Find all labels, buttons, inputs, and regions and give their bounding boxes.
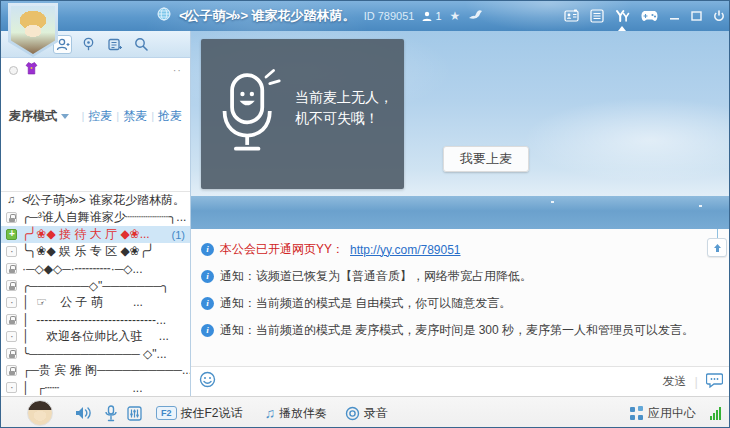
channel-row[interactable]: ╭─³谁人自舞谁家少┈┈┈┈┈┈╮... bbox=[1, 209, 190, 226]
message-text: 本公会已开通网页YY： bbox=[220, 241, 344, 258]
globe-icon bbox=[157, 7, 171, 25]
mixer-icon[interactable] bbox=[127, 406, 142, 421]
message-text: 通知：当前频道的模式是 自由模式，你可以随意发言。 bbox=[220, 295, 511, 312]
channel-count-badge: (1) bbox=[172, 229, 190, 241]
search-icon bbox=[134, 37, 148, 51]
message-text: 通知：当前频道的模式是 麦序模式，麦序时间是 300 秒，麦序第一人和管理员可以… bbox=[220, 322, 694, 339]
boat-speck bbox=[699, 205, 702, 207]
dot-icon bbox=[6, 382, 17, 393]
boat-speck bbox=[551, 201, 554, 203]
lock-icon bbox=[6, 280, 17, 291]
channel-id: ID 789051 bbox=[364, 10, 415, 22]
gamepad-icon[interactable] bbox=[641, 10, 658, 22]
minimize-icon[interactable] bbox=[669, 11, 680, 21]
favorite-star-icon[interactable]: ★ bbox=[450, 9, 461, 23]
dot-icon bbox=[6, 246, 17, 257]
tab-member-list[interactable] bbox=[105, 35, 124, 54]
dot-icon bbox=[6, 331, 17, 342]
channel-panel-icon[interactable] bbox=[590, 9, 604, 23]
tab-search[interactable] bbox=[131, 35, 150, 54]
app-grid-icon bbox=[630, 407, 643, 420]
maximize-icon[interactable] bbox=[691, 11, 702, 21]
chevron-down-icon[interactable] bbox=[61, 114, 69, 123]
music-note-icon bbox=[6, 195, 17, 206]
info-icon bbox=[201, 243, 214, 256]
app-center-button[interactable]: 应用中心 bbox=[630, 405, 696, 422]
channel-row[interactable]: │ 欢迎各位帅比入驻 ... bbox=[1, 328, 190, 345]
channel-row[interactable]: ╭───────◇"───────╮ bbox=[1, 277, 190, 294]
play-accompaniment-button[interactable]: 播放伴奏 bbox=[279, 405, 327, 422]
channel-web-link[interactable]: http://yy.com/789051 bbox=[350, 243, 461, 257]
dove-icon[interactable] bbox=[468, 7, 483, 25]
mute-mic-link[interactable]: 禁麦 bbox=[123, 108, 147, 125]
channel-tree: ≮公子萌≯»> 谁家花少踏林荫。 ╭─³谁人自舞谁家少┈┈┈┈┈┈╮... ╭╯… bbox=[1, 191, 190, 396]
mic-mode-label[interactable]: 麦序模式 bbox=[9, 108, 57, 125]
grab-mic-link[interactable]: 抢麦 bbox=[158, 108, 182, 125]
info-icon bbox=[201, 324, 214, 337]
close-icon[interactable] bbox=[713, 10, 725, 22]
titlebar: ≮公子萌≯»> 谁家花少踏林荫。 ID 789051 1 ★ bbox=[1, 1, 730, 31]
app-center-label: 应用中心 bbox=[648, 405, 696, 422]
message-text: 通知：该频道已恢复为【普通音质】，网络带宽占用降低。 bbox=[220, 268, 532, 285]
channel-row[interactable]: ·─◇◆◇─·╌╌╌╌╌·─◇... bbox=[1, 260, 190, 277]
record-button[interactable]: 录音 bbox=[364, 405, 388, 422]
music-note-icon[interactable]: ♫ bbox=[265, 405, 276, 421]
channel-row-root[interactable]: ≮公子萌≯»> 谁家花少踏林荫。 bbox=[1, 192, 190, 209]
channel-row[interactable]: ╰───────────── ◇"... bbox=[1, 345, 190, 362]
channel-name: ╰╮❀◆ 娱 乐 专 区 ◆❀╭╯ bbox=[22, 243, 154, 260]
message-input-bar: 发送 | bbox=[191, 366, 730, 396]
chat-bubble-icon[interactable] bbox=[706, 372, 723, 392]
channel-name: │ ☞ 公 子 萌 ... bbox=[22, 294, 143, 311]
scroll-line bbox=[717, 229, 718, 238]
contact-card-icon[interactable] bbox=[564, 9, 579, 23]
channel-name: ╭─³谁人自舞谁家少┈┈┈┈┈┈╮... bbox=[22, 209, 186, 226]
chat-message: 本公会已开通网页YY： http://yy.com/789051 bbox=[201, 241, 707, 258]
f2-key-badge: F2 bbox=[156, 406, 177, 420]
tab-location[interactable] bbox=[79, 35, 98, 54]
online-count: 1 bbox=[422, 10, 441, 22]
avatar-image bbox=[11, 6, 55, 54]
channel-row[interactable]: ╰╮❀◆ 娱 乐 专 区 ◆❀╭╯ bbox=[1, 243, 190, 260]
info-icon bbox=[201, 270, 214, 283]
microphone-icon[interactable] bbox=[105, 405, 117, 422]
video-stage: 当前麦上无人，机不可失哦！ 我要上麦 bbox=[191, 31, 730, 229]
push-to-talk-button[interactable]: 按住F2说话 bbox=[181, 405, 243, 422]
send-button[interactable]: 发送 bbox=[655, 373, 695, 390]
mic-empty-text: 当前麦上无人，机不可失哦！ bbox=[295, 87, 395, 129]
channel-row-selected[interactable]: ╭╯❀◆ 接 待 大 厅 ◆❀... (1) bbox=[1, 226, 190, 243]
arrow-up-icon bbox=[713, 243, 722, 253]
member-more-dots[interactable]: ·· bbox=[173, 64, 182, 76]
purple-vest-icon bbox=[25, 61, 38, 79]
chat-message: 通知：该频道已恢复为【普通音质】，网络带宽占用降低。 bbox=[201, 268, 707, 285]
channel-name: ╰───────────── ◇"... bbox=[22, 347, 167, 361]
chat-area: 本公会已开通网页YY： http://yy.com/789051 通知：该频道已… bbox=[191, 229, 730, 366]
separator: | bbox=[695, 374, 698, 389]
my-avatar[interactable] bbox=[27, 400, 53, 426]
channel-row[interactable]: │ ☞ 公 子 萌 ... bbox=[1, 294, 190, 311]
separator: | bbox=[81, 110, 84, 122]
channel-row[interactable]: │ ┌┄┄ ... bbox=[1, 379, 190, 396]
info-icon bbox=[201, 297, 214, 310]
channel-row[interactable]: ┌─贵 宾 雅 阁──────────... bbox=[1, 362, 190, 379]
control-mic-link[interactable]: 控麦 bbox=[88, 108, 112, 125]
plus-icon bbox=[6, 229, 17, 240]
separator: | bbox=[116, 110, 119, 122]
channel-name: │ ------------------------------... bbox=[22, 313, 166, 327]
speaker-icon[interactable] bbox=[75, 405, 93, 421]
scroll-top-button[interactable] bbox=[707, 238, 727, 257]
channel-title: ≮公子萌≯»> 谁家花少踏林荫。 bbox=[179, 7, 356, 25]
chat-message: 通知：当前频道的模式是 自由模式，你可以随意发言。 bbox=[201, 295, 707, 312]
channel-row[interactable]: │ ------------------------------... bbox=[1, 311, 190, 328]
channel-name: ╭───────◇"───────╮ bbox=[22, 279, 169, 293]
message-input[interactable] bbox=[216, 371, 655, 393]
channel-name: ·─◇◆◇─·╌╌╌╌╌·─◇... bbox=[22, 262, 143, 276]
smiling-microphone-icon bbox=[217, 65, 283, 157]
member-row-owner[interactable]: ·· bbox=[1, 58, 190, 82]
join-mic-button[interactable]: 我要上麦 bbox=[443, 146, 529, 172]
yy-logo-icon[interactable] bbox=[615, 9, 630, 23]
record-icon[interactable] bbox=[345, 406, 360, 421]
person-icon bbox=[422, 11, 432, 22]
dot-icon bbox=[6, 297, 17, 308]
emoji-icon[interactable] bbox=[199, 371, 216, 392]
lock-icon bbox=[6, 348, 17, 359]
